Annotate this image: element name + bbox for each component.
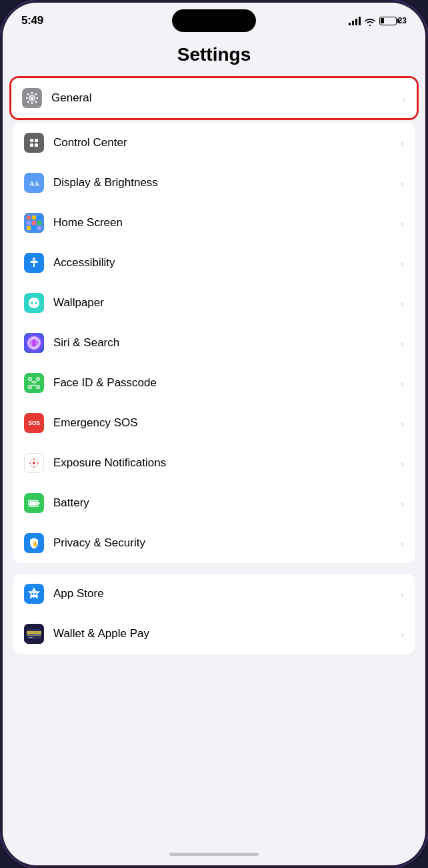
icon-accessibility bbox=[24, 253, 44, 273]
phone-frame: 5:49 23 bbox=[0, 0, 428, 868]
svg-text:✋: ✋ bbox=[32, 540, 39, 547]
home-indicator bbox=[3, 843, 425, 865]
chevron-exposure-notifications: › bbox=[401, 458, 404, 469]
icon-battery bbox=[24, 493, 44, 513]
icon-display-brightness: AA bbox=[24, 173, 44, 193]
label-wallet: Wallet & Apple Pay bbox=[53, 627, 395, 640]
icon-face-id bbox=[24, 373, 44, 393]
settings-row-battery[interactable]: Battery › bbox=[13, 483, 415, 523]
icon-emergency-sos: SOS bbox=[24, 413, 44, 433]
svg-point-25 bbox=[31, 381, 33, 382]
home-bar bbox=[169, 853, 259, 856]
svg-point-35 bbox=[31, 465, 32, 466]
svg-point-30 bbox=[33, 466, 35, 468]
settings-row-face-id[interactable]: Face ID & Passcode › bbox=[13, 363, 415, 403]
settings-row-wallet[interactable]: Wallet & Apple Pay › bbox=[13, 614, 415, 654]
svg-rect-9 bbox=[32, 215, 36, 220]
svg-rect-13 bbox=[37, 221, 41, 225]
chevron-wallpaper: › bbox=[401, 298, 404, 309]
svg-rect-5 bbox=[35, 143, 38, 147]
label-control-center: Control Center bbox=[53, 136, 395, 149]
svg-point-34 bbox=[36, 460, 37, 461]
label-wallpaper: Wallpaper bbox=[53, 296, 395, 310]
dynamic-island bbox=[172, 9, 256, 32]
group-general-highlighted: General › bbox=[9, 76, 419, 120]
settings-row-app-store[interactable]: App Store › bbox=[13, 574, 415, 614]
svg-rect-23 bbox=[29, 386, 31, 388]
svg-point-28 bbox=[33, 462, 35, 464]
icon-home-screen bbox=[24, 213, 44, 233]
settings-row-control-center[interactable]: Control Center › bbox=[13, 123, 415, 163]
svg-point-33 bbox=[31, 460, 32, 461]
svg-rect-14 bbox=[27, 226, 31, 230]
settings-row-display-brightness[interactable]: AA Display & Brightness › bbox=[13, 163, 415, 203]
svg-rect-24 bbox=[37, 386, 39, 388]
chevron-privacy-security: › bbox=[401, 538, 404, 549]
svg-rect-38 bbox=[38, 502, 40, 504]
chevron-emergency-sos: › bbox=[401, 418, 404, 429]
chevron-wallet: › bbox=[401, 628, 404, 640]
svg-point-31 bbox=[29, 462, 31, 464]
chevron-display-brightness: › bbox=[401, 177, 404, 189]
svg-rect-2 bbox=[30, 139, 33, 142]
svg-rect-21 bbox=[29, 378, 31, 380]
svg-rect-8 bbox=[27, 215, 31, 220]
settings-row-accessibility[interactable]: Accessibility › bbox=[13, 243, 415, 283]
icon-exposure-notifications bbox=[24, 453, 44, 473]
icon-privacy-security: ✋ bbox=[24, 533, 44, 553]
chevron-general: › bbox=[403, 93, 406, 104]
label-exposure-notifications: Exposure Notifications bbox=[53, 456, 395, 470]
icon-wallpaper bbox=[24, 293, 44, 313]
svg-rect-15 bbox=[32, 226, 36, 230]
signal-icon bbox=[349, 16, 361, 25]
svg-rect-46 bbox=[29, 637, 33, 638]
settings-row-siri-search[interactable]: Siri & Search › bbox=[13, 323, 415, 363]
svg-rect-10 bbox=[37, 215, 41, 220]
svg-rect-3 bbox=[35, 139, 38, 142]
icon-siri-search bbox=[24, 333, 44, 353]
svg-rect-43 bbox=[27, 631, 41, 634]
label-privacy-security: Privacy & Security bbox=[53, 536, 395, 550]
battery-status-icon: 23 bbox=[379, 16, 407, 25]
label-accessibility: Accessibility bbox=[53, 256, 395, 270]
chevron-face-id: › bbox=[401, 378, 404, 389]
svg-rect-22 bbox=[37, 378, 39, 380]
svg-rect-18 bbox=[24, 333, 44, 353]
icon-app-store bbox=[24, 584, 44, 604]
battery-fill bbox=[381, 18, 384, 23]
chevron-siri-search: › bbox=[401, 338, 404, 349]
screen: 5:49 23 bbox=[3, 3, 425, 865]
label-general: General bbox=[51, 91, 397, 105]
settings-content[interactable]: Settings General › bbox=[3, 39, 425, 843]
settings-row-exposure-notifications[interactable]: Exposure Notifications › bbox=[13, 443, 415, 483]
battery-body bbox=[379, 17, 397, 25]
svg-rect-45 bbox=[27, 635, 41, 636]
chevron-battery: › bbox=[401, 498, 404, 509]
svg-rect-16 bbox=[37, 226, 41, 230]
chevron-accessibility: › bbox=[401, 258, 404, 269]
icon-control-center bbox=[24, 133, 44, 153]
svg-point-26 bbox=[35, 381, 36, 382]
group-display-privacy: Control Center › AA Display & Brightness… bbox=[13, 123, 415, 563]
svg-rect-12 bbox=[32, 221, 36, 225]
status-icons: 23 bbox=[349, 16, 407, 25]
chevron-app-store: › bbox=[401, 588, 404, 600]
wifi-icon bbox=[365, 17, 375, 25]
label-home-screen: Home Screen bbox=[53, 216, 395, 230]
settings-row-emergency-sos[interactable]: SOS Emergency SOS › bbox=[13, 403, 415, 443]
settings-row-general[interactable]: General › bbox=[11, 78, 417, 118]
settings-row-wallpaper[interactable]: Wallpaper › bbox=[13, 283, 415, 323]
settings-row-home-screen[interactable]: Home Screen › bbox=[13, 203, 415, 243]
group-apps: App Store › Wa bbox=[13, 574, 415, 654]
label-battery: Battery bbox=[53, 496, 395, 510]
svg-point-36 bbox=[36, 465, 37, 466]
chevron-control-center: › bbox=[401, 137, 404, 149]
icon-wallet bbox=[24, 624, 44, 644]
svg-point-17 bbox=[33, 258, 35, 260]
settings-row-privacy-security[interactable]: ✋ Privacy & Security › bbox=[13, 523, 415, 563]
svg-point-29 bbox=[33, 458, 35, 460]
page-title: Settings bbox=[3, 39, 425, 76]
status-time: 5:49 bbox=[21, 14, 43, 27]
battery-percentage: 23 bbox=[398, 16, 407, 25]
label-display-brightness: Display & Brightness bbox=[53, 176, 395, 189]
